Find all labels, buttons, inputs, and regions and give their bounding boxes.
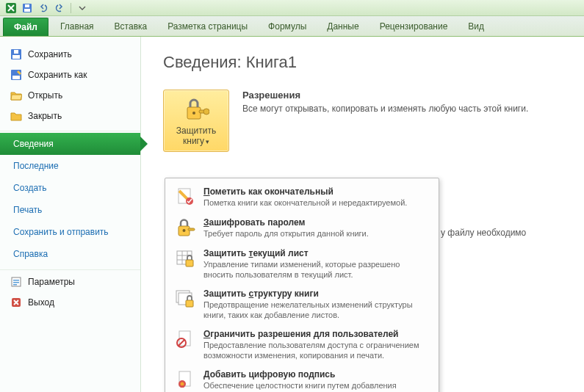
- sidebar-item-print[interactable]: Печать: [0, 199, 140, 221]
- sidebar-saveas[interactable]: Сохранить как: [0, 65, 140, 85]
- tab-view[interactable]: Вид: [458, 16, 494, 36]
- tab-data[interactable]: Данные: [317, 16, 369, 36]
- sheet-lock-icon: [174, 248, 196, 270]
- sidebar-saveas-label: Сохранить как: [28, 70, 87, 80]
- structure-lock-icon: [174, 288, 196, 311]
- excel-icon: [4, 1, 18, 15]
- svg-rect-3: [25, 4, 29, 7]
- sidebar-open[interactable]: Открыть: [0, 85, 140, 106]
- exit-icon: [10, 297, 22, 308]
- sidebar-save[interactable]: Сохранить: [0, 44, 140, 65]
- sidebar-close-label: Закрыть: [28, 111, 62, 121]
- dd-item-desc: Пометка книги как окончательной и нереда…: [203, 197, 430, 208]
- svg-rect-10: [13, 280, 19, 281]
- sidebar-options[interactable]: Параметры: [0, 272, 140, 292]
- svg-point-17: [203, 109, 209, 115]
- svg-rect-11: [13, 282, 19, 283]
- tab-review[interactable]: Рецензирование: [369, 16, 458, 36]
- sidebar-options-label: Параметры: [28, 277, 75, 287]
- folder-close-icon: [10, 110, 22, 122]
- backstage-sidebar: Сохранить Сохранить как Открыть Закрыть …: [0, 37, 141, 392]
- svg-point-37: [181, 382, 184, 386]
- dd-item-desc: Требует пароль для открытия данной книги…: [203, 228, 430, 239]
- permissions-text: Все могут открывать, копировать и изменя…: [242, 104, 528, 114]
- svg-point-15: [192, 112, 195, 115]
- sidebar-close[interactable]: Закрыть: [0, 106, 140, 126]
- dd-mark-final[interactable]: Пометить как окончательный Пометка книги…: [168, 183, 436, 214]
- dd-protect-structure[interactable]: Защитить структуру книги Предотвращение …: [168, 285, 436, 325]
- tab-home[interactable]: Главная: [50, 16, 104, 36]
- save-icon: [10, 48, 22, 60]
- signature-icon: [174, 369, 196, 391]
- saveas-icon: [10, 69, 22, 81]
- dd-item-title: Защитить структуру книги: [203, 288, 430, 299]
- svg-rect-12: [13, 284, 17, 286]
- dd-item-title: Добавить цифровую подпись: [203, 369, 430, 380]
- svg-rect-22: [188, 228, 195, 231]
- ribbon-tabs: Файл Главная Вставка Разметка страницы Ф…: [0, 16, 584, 37]
- sidebar-item-help[interactable]: Справка: [0, 243, 140, 265]
- permissions-heading: Разрешения: [242, 90, 528, 101]
- dropdown-arrow-icon: ▾: [206, 138, 209, 145]
- tab-insert[interactable]: Вставка: [104, 16, 158, 36]
- svg-rect-28: [186, 260, 193, 266]
- protect-button-label: Защитить книгу: [176, 126, 216, 146]
- mark-final-icon: [174, 186, 196, 208]
- tab-formulas[interactable]: Формулы: [258, 16, 317, 36]
- svg-rect-8: [12, 76, 20, 79]
- dd-item-title: Защитить текущий лист: [203, 248, 430, 258]
- sidebar-save-label: Сохранить: [28, 49, 72, 59]
- dd-item-title: Пометить как окончательный: [203, 186, 430, 197]
- tab-page-layout[interactable]: Разметка страницы: [157, 16, 258, 36]
- dd-encrypt[interactable]: Зашифровать паролем Требует пароль для о…: [168, 214, 436, 244]
- sidebar-open-label: Открыть: [28, 90, 62, 101]
- sidebar-item-new[interactable]: Создать: [0, 177, 140, 199]
- partial-text-behind: у файлу необходимо: [441, 228, 526, 238]
- sidebar-item-recent[interactable]: Последние: [0, 155, 140, 177]
- folder-open-icon: [10, 90, 22, 101]
- dd-restrict[interactable]: Ограничить разрешения для пользователей …: [168, 325, 436, 366]
- dd-protect-sheet[interactable]: Защитить текущий лист Управление типами …: [168, 244, 436, 285]
- svg-rect-2: [24, 9, 30, 12]
- dd-item-desc: Предотвращение нежелательных изменений с…: [203, 300, 430, 320]
- tab-file[interactable]: Файл: [3, 18, 48, 36]
- sidebar-item-share[interactable]: Сохранить и отправить: [0, 221, 140, 243]
- sidebar-exit[interactable]: Выход: [0, 292, 140, 313]
- title-bar: [0, 0, 584, 16]
- dd-item-desc: Предоставление пользователям доступа с о…: [203, 340, 430, 360]
- undo-button[interactable]: [37, 1, 50, 15]
- save-qat-button[interactable]: [21, 1, 34, 15]
- dd-digital-sign[interactable]: Добавить цифровую подпись Обеспечение це…: [168, 366, 436, 392]
- redo-button[interactable]: [53, 1, 66, 15]
- protect-icon: [182, 96, 210, 123]
- dd-item-title: Ограничить разрешения для пользователей: [203, 329, 430, 339]
- protect-dropdown: Пометить как окончательный Пометка книги…: [165, 178, 439, 392]
- svg-rect-6: [14, 50, 18, 54]
- svg-rect-31: [186, 300, 193, 307]
- sidebar-exit-label: Выход: [28, 297, 54, 308]
- sidebar-item-info[interactable]: Сведения: [0, 133, 140, 155]
- svg-rect-5: [12, 55, 20, 59]
- backstage-content: Сведения: Книга1 Защитить книгу▾ Разреше…: [141, 37, 584, 392]
- options-icon: [10, 276, 22, 288]
- page-title: Сведения: Книга1: [163, 53, 569, 72]
- dd-item-title: Зашифровать паролем: [203, 217, 430, 228]
- restrict-icon: [174, 329, 196, 351]
- svg-point-21: [183, 229, 186, 232]
- qat-customize-button[interactable]: [76, 1, 89, 15]
- encrypt-icon: [174, 217, 196, 239]
- dd-item-desc: Управление типами изменений, которые раз…: [203, 259, 430, 280]
- qat-separator: [71, 3, 71, 13]
- protect-workbook-button[interactable]: Защитить книгу▾: [163, 90, 229, 152]
- dd-item-desc: Обеспечение целостности книги путем доба…: [203, 380, 430, 392]
